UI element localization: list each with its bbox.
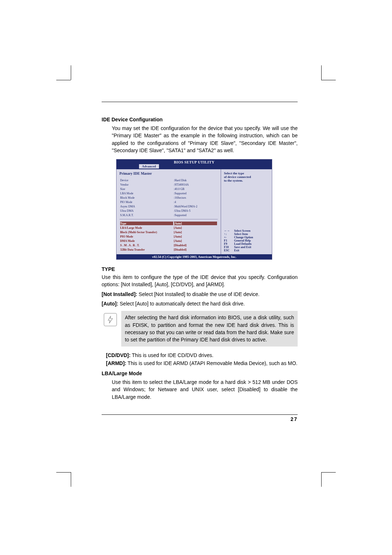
bios-tab-advanced: Advanced [139, 164, 159, 169]
crop-mark [71, 65, 71, 80]
cddvd-line: [CD/DVD]: This is used for IDE CD/DVD dr… [106, 352, 298, 359]
bios-info-row: Device:Hard Disk [120, 178, 217, 182]
bios-menu-table: Type[Auto]LBA/Large Mode[Auto]Block (Mul… [119, 221, 218, 252]
cddvd-text: This is used for IDE CD/DVD drives. [131, 352, 213, 358]
bios-info-table: Device:Hard DiskVendor:ST340014ASize:40.… [119, 178, 218, 218]
bios-divider [119, 219, 218, 219]
not-installed-text: Select [Not Installed] to disable the us… [137, 291, 260, 297]
intro-paragraph: You may set the IDE configuration for th… [112, 125, 298, 154]
bios-menu-row: 32Bit Data Transfer[Disabled] [120, 248, 217, 251]
bios-footer: v02.54 (C) Copyright 1985-2003, American… [117, 254, 272, 259]
bios-info-row: Async DMA:MultiWord DMA-2 [120, 204, 217, 208]
lba-heading: LBA/Large Mode [102, 370, 298, 376]
auto-label: [Auto]: [102, 301, 118, 307]
bios-info-row: Ultra DMA:Ultra DMA-5 [120, 209, 217, 212]
armd-line: [ARMD]: This is used for IDE ARMD (ATAPI… [106, 360, 298, 367]
bios-info-row: S.M.A.R.T.:Supported [120, 213, 217, 217]
bios-title: BIOS SETUP UTILITY [117, 159, 272, 164]
page-content: IDE Device Configuration You may set the… [102, 102, 298, 422]
armd-label: [ARMD]: [106, 360, 126, 366]
bios-info-row: Size:40.0 GB [120, 187, 217, 191]
crop-mark [321, 472, 322, 487]
bios-menu-row: LBA/Large Mode[Auto] [120, 226, 217, 230]
auto-line: [Auto]: Select [Auto] to automatically d… [102, 300, 298, 307]
type-paragraph: Use this item to configure the type of t… [102, 274, 298, 288]
bios-screenshot: BIOS SETUP UTILITY Advanced Primary IDE … [116, 159, 272, 260]
bios-menu-row: Block (Multi-Sector Transfer)[Auto] [120, 230, 217, 234]
rule-bottom [102, 414, 298, 415]
crop-mark [56, 80, 71, 80]
auto-text: Select [Auto] to automatically detect th… [118, 301, 245, 307]
bios-heading: Primary IDE Master [119, 171, 218, 175]
bios-help-text: Select the typeof device connectedto the… [224, 171, 269, 182]
bios-info-row: PIO Mode:4 [120, 200, 217, 204]
bios-info-row: Vendor:ST340014A [120, 183, 217, 186]
bios-info-row: LBA Mode:Supported [120, 191, 217, 195]
crop-mark [71, 472, 71, 487]
not-installed-line: [Not Installed]: Select [Not Installed] … [102, 291, 298, 298]
bios-left-pane: Primary IDE Master Device:Hard DiskVendo… [117, 169, 221, 254]
crop-mark [321, 472, 336, 473]
section-title: IDE Device Configuration [102, 117, 298, 122]
bios-info-row: Block Mode:16Sectors [120, 196, 217, 199]
cddvd-label: [CD/DVD]: [106, 352, 131, 358]
crop-mark [56, 472, 71, 473]
bios-menu-row: Type[Auto] [120, 222, 217, 225]
bios-body: Primary IDE Master Device:Hard DiskVendo… [117, 169, 272, 254]
armd-text: This is used for IDE ARMD (ATAPI Removab… [126, 360, 297, 366]
note-box: After selecting the hard disk informatio… [121, 311, 298, 346]
lightning-icon [104, 313, 117, 326]
page-number: 27 [102, 416, 298, 422]
bios-tab-row: Advanced [117, 164, 272, 169]
bios-menu-row: DMA Mode[Auto] [120, 239, 217, 243]
note-row: After selecting the hard disk informatio… [102, 311, 298, 346]
bios-menu-row: S . M . A . R . T.[Disabled] [120, 243, 217, 247]
rule-top [102, 102, 298, 102]
lba-paragraph: Use this item to select the LBA/Large mo… [112, 378, 298, 401]
crop-mark [321, 80, 336, 80]
crop-mark [321, 65, 322, 80]
not-installed-label: [Not Installed]: [102, 291, 137, 297]
type-heading: TYPE [102, 266, 298, 272]
bios-menu-row: PIO Mode[Auto] [120, 235, 217, 238]
bios-key-legend: ←→Select Screen↑↓Select Item+-Change Opt… [224, 229, 253, 252]
bios-right-pane: Select the typeof device connectedto the… [221, 169, 272, 254]
